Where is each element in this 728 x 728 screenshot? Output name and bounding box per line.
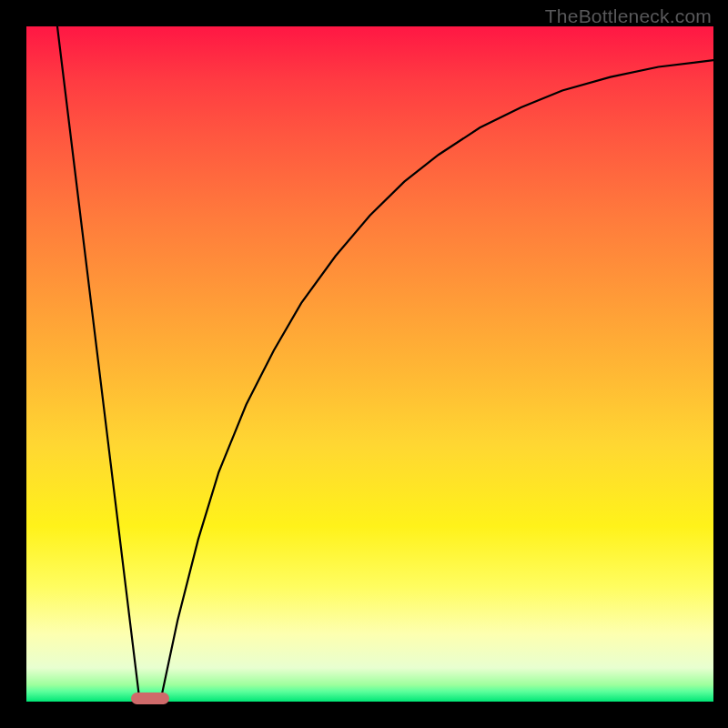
chart-container: TheBottleneck.com xyxy=(0,0,728,728)
attribution-text: TheBottleneck.com xyxy=(545,5,712,27)
left-edge-line xyxy=(57,26,140,702)
chart-curves xyxy=(26,26,713,702)
bottleneck-marker xyxy=(131,693,169,704)
plot-area xyxy=(26,26,713,702)
right-curve-line xyxy=(160,60,713,702)
